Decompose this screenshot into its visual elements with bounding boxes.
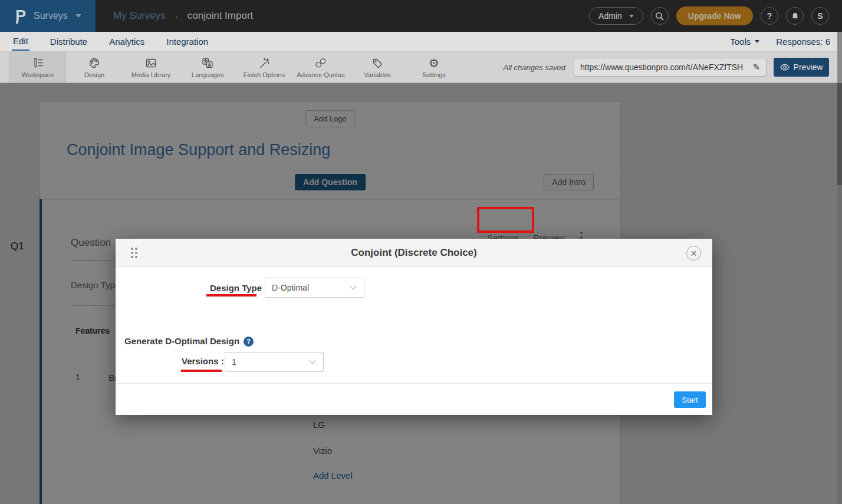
chevron-down-icon xyxy=(308,360,317,365)
generate-design-section-title: Generate D-Optimal Design? xyxy=(124,336,254,347)
chevron-down-icon xyxy=(349,285,357,291)
breadcrumb-current: conjoint Import xyxy=(188,10,254,22)
breadcrumb-separator-icon: › xyxy=(175,11,178,21)
account-avatar[interactable]: S xyxy=(811,7,829,25)
start-button[interactable]: Start xyxy=(674,391,706,408)
modal-title: Conjoint (Discrete Choice) xyxy=(116,247,712,259)
conjoint-settings-modal: Conjoint (Discrete Choice) ✕ Design Type… xyxy=(116,239,712,415)
design-type-select[interactable]: D-Optimal xyxy=(265,278,364,298)
help-button[interactable]: ? xyxy=(761,7,778,25)
avatar-initial: S xyxy=(817,11,823,21)
design-type-value: D-Optimal xyxy=(272,283,309,292)
settings-highlight-annotation xyxy=(477,207,534,233)
question-mark-icon: ? xyxy=(767,11,772,21)
app-root: P Surveys My Surveys › conjoint Import A… xyxy=(0,0,842,504)
questionpro-logo-icon: P xyxy=(15,8,26,24)
close-button[interactable]: ✕ xyxy=(686,246,701,261)
design-type-underline-annotation xyxy=(206,294,256,297)
help-icon[interactable]: ? xyxy=(244,337,254,347)
breadcrumb-my-surveys[interactable]: My Surveys xyxy=(113,10,166,22)
chevron-down-icon xyxy=(75,14,81,18)
topbar-actions: Admin Upgrade Now ? S xyxy=(589,6,829,25)
admin-dropdown[interactable]: Admin xyxy=(589,7,643,25)
bell-icon xyxy=(791,12,800,21)
versions-label: Versions : xyxy=(182,356,224,366)
admin-label: Admin xyxy=(598,11,622,21)
breadcrumb: My Surveys › conjoint Import xyxy=(113,10,253,22)
close-icon: ✕ xyxy=(690,249,698,258)
product-name: Surveys xyxy=(34,11,68,21)
search-icon xyxy=(655,12,664,21)
product-switcher[interactable]: P Surveys xyxy=(0,0,96,32)
notifications-button[interactable] xyxy=(786,7,804,25)
modal-header: Conjoint (Discrete Choice) ✕ xyxy=(116,239,712,267)
versions-underline-annotation xyxy=(181,370,222,372)
versions-select[interactable]: 1 xyxy=(225,352,324,372)
chevron-down-icon xyxy=(629,15,634,18)
modal-footer-divider xyxy=(116,383,712,384)
upgrade-now-button[interactable]: Upgrade Now xyxy=(676,6,753,25)
search-button[interactable] xyxy=(651,7,669,25)
versions-value: 1 xyxy=(232,357,236,367)
generate-design-title-text: Generate D-Optimal Design xyxy=(124,336,239,346)
design-type-label: Design Type xyxy=(210,283,262,293)
topbar: P Surveys My Surveys › conjoint Import A… xyxy=(0,0,842,32)
